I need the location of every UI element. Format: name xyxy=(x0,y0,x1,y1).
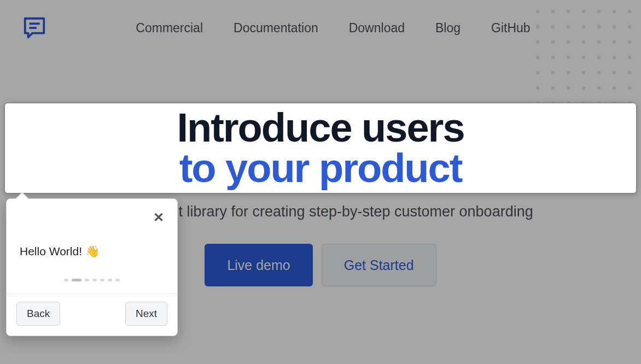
hero-title-line1: Introduce users xyxy=(177,105,464,150)
hero-title-line2: to your product xyxy=(179,145,462,191)
tour-popover: ✕ Hello World! 👋 Back Next xyxy=(6,198,178,336)
next-button[interactable]: Next xyxy=(125,302,167,326)
hero-highlight: Introduce users to your product xyxy=(4,103,637,193)
hero-title: Introduce users to your product xyxy=(177,108,464,189)
tour-footer: Back Next xyxy=(7,293,177,336)
back-button[interactable]: Back xyxy=(16,302,60,326)
tour-message: Hello World! 👋 xyxy=(7,199,177,269)
tour-step-indicator xyxy=(7,269,177,293)
close-icon[interactable]: ✕ xyxy=(153,211,164,224)
